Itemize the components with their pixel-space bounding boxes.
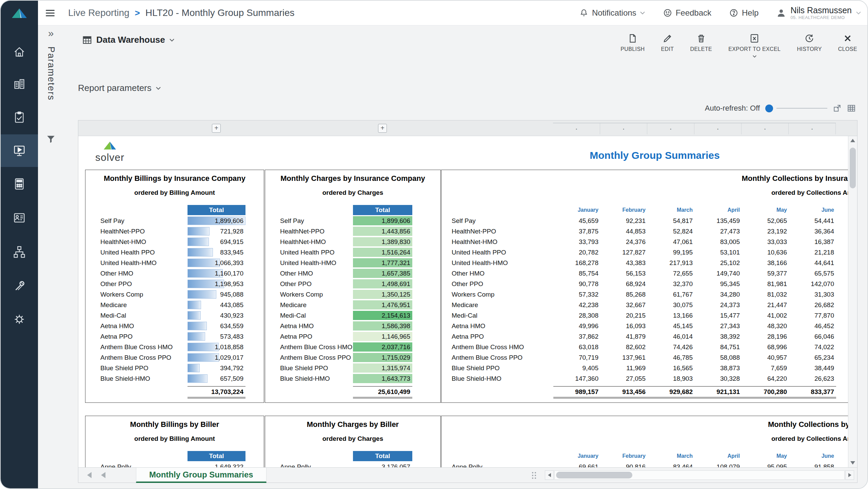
sidebar-item-workbooks[interactable]: [1, 68, 38, 100]
row-label: Other HMO: [280, 268, 313, 279]
month-header: February: [600, 451, 648, 461]
calculator-icon: [12, 177, 26, 191]
sidebar-item-home[interactable]: [1, 36, 38, 68]
data-bar-cell: 833,945: [188, 248, 245, 257]
horizontal-scroll-thumb[interactable]: [556, 472, 632, 478]
tab-splitter-handle[interactable]: [532, 472, 533, 473]
data-bar-cell: 394,792: [188, 363, 245, 373]
scroll-down-button[interactable]: [848, 458, 857, 467]
delete-button[interactable]: DELETE: [690, 33, 712, 58]
totals-row: 989,157913,456929,682921,131700,280833,3…: [553, 386, 836, 398]
filter-funnel-icon[interactable]: [38, 135, 64, 144]
history-button[interactable]: HISTORY: [797, 33, 822, 58]
data-source-label: Data Warehouse: [96, 35, 165, 45]
color-scale-cell: 1,315,974: [353, 363, 412, 373]
table-row: Medicare42,23832,66730,07524,37321,44726…: [441, 300, 857, 310]
data-bar-cell: 945,088: [188, 290, 245, 299]
row-label: Medicare: [280, 300, 307, 310]
row-label: Self Pay: [100, 215, 124, 226]
row-label: Other HMO: [452, 268, 485, 279]
expand-icon[interactable]: [833, 104, 842, 113]
color-scale-cell: 1,350,125: [353, 290, 412, 299]
table-row: Aetna HMO 634,559: [85, 321, 264, 331]
user-name: Nils Rasmussen: [790, 5, 852, 15]
row-label: Blue Shield-HMO: [100, 373, 150, 384]
sidebar-item-tasks[interactable]: [1, 101, 38, 134]
table-row: Other HMO 1,160,170: [85, 268, 264, 279]
sidebar-item-live-reporting[interactable]: [1, 134, 38, 167]
notifications-label: Notifications: [592, 8, 636, 18]
solver-logo-icon: [102, 141, 118, 150]
sidebar-item-connections[interactable]: [1, 236, 38, 268]
sidebar-item-tools[interactable]: [1, 270, 38, 302]
publish-button[interactable]: PUBLISH: [620, 33, 645, 58]
panel-subtitle: ordered by Charges: [265, 189, 440, 196]
report-parameters-toggle[interactable]: Report parameters: [78, 83, 161, 93]
panel-charges-by-insurance: Monthly Charges by Insurance Company ord…: [265, 170, 441, 403]
tools-icon: [12, 279, 26, 293]
menu-button[interactable]: [46, 10, 55, 16]
breadcrumb-section[interactable]: Live Reporting: [68, 7, 130, 18]
parameters-rail: » Parameters: [38, 25, 64, 488]
table-row: Aetna HMO 1,586,398: [265, 321, 440, 331]
scroll-right-button[interactable]: [845, 470, 854, 480]
expand-parameters-icon[interactable]: »: [38, 27, 64, 39]
row-label: Blue Shield-HMO: [280, 373, 330, 384]
vertical-scroll-thumb[interactable]: [850, 148, 856, 188]
user-menu[interactable]: Nils Rasmussen 05. Healthcare Demo: [776, 5, 861, 20]
row-label: Medi-Cal: [452, 310, 477, 321]
color-scale-cell: 1,643,773: [353, 374, 412, 383]
sidebar-item-contacts[interactable]: [1, 202, 38, 234]
expand-group-button[interactable]: [212, 124, 221, 133]
top-bar: Live Reporting > HLT20 - Monthly Group S…: [38, 1, 867, 25]
export-to-excel-button[interactable]: EXPORT TO EXCEL: [728, 33, 781, 58]
vertical-scrollbar[interactable]: [848, 136, 857, 467]
parameters-rail-label: Parameters: [46, 46, 56, 101]
scroll-up-button[interactable]: [848, 136, 857, 145]
sidebar-item-settings[interactable]: [1, 303, 38, 336]
auto-refresh-control: Auto-refresh: Off: [705, 104, 856, 113]
column-header-total: Total: [353, 205, 412, 215]
row-label: Aetna HMO: [100, 321, 134, 331]
first-sheet-icon[interactable]: [87, 472, 92, 478]
scroll-left-button[interactable]: [545, 470, 554, 480]
close-button[interactable]: CLOSE: [838, 33, 857, 58]
color-scale-cell: 1,498,691: [353, 279, 412, 288]
sheet-tab[interactable]: Monthly Group Summaries: [136, 468, 267, 483]
breadcrumb-separator: >: [135, 8, 140, 18]
table-icon[interactable]: [847, 104, 856, 113]
data-bar-cell: 1,066,393: [188, 258, 245, 267]
horizontal-scrollbar[interactable]: [554, 470, 845, 480]
table-row: Medi-Cal 430,923: [85, 310, 264, 321]
sheet-tab-bar: Monthly Group Summaries: [78, 467, 857, 483]
auto-refresh-slider[interactable]: [765, 105, 773, 112]
expand-group-button[interactable]: [378, 124, 387, 133]
data-source-dropdown[interactable]: Data Warehouse: [82, 35, 175, 45]
row-label: Medi-Cal: [280, 310, 306, 321]
help-label: Help: [742, 8, 758, 18]
chevron-down-icon: [752, 55, 757, 58]
data-bar-cell: 1,160,170: [188, 269, 245, 278]
sidebar-item-budgeting[interactable]: [1, 168, 38, 200]
row-label: Anthem Blue Cross PPO: [452, 352, 522, 363]
table-row: Workers Comp57,33285,26861,76734,28081,0…: [441, 289, 857, 300]
row-label: Blue Shield-HMO: [452, 373, 501, 384]
feedback-button[interactable]: Feedback: [663, 8, 711, 18]
color-scale-cell: 1,516,264: [353, 248, 412, 257]
user-avatar-icon: [776, 8, 786, 18]
edit-button[interactable]: EDIT: [661, 33, 674, 58]
data-bar-cell: 1,198,953: [188, 279, 245, 288]
bell-icon: [579, 8, 589, 18]
solver-logo-icon[interactable]: [1, 1, 38, 25]
previous-sheet-icon[interactable]: [101, 472, 105, 478]
row-label: Anthem Blue Cross HMO: [280, 342, 352, 352]
report-parameters-label: Report parameters: [78, 83, 152, 93]
month-header: January: [553, 451, 600, 461]
notifications-menu[interactable]: Notifications: [579, 8, 645, 18]
help-button[interactable]: Help: [729, 8, 758, 18]
panel-title: Monthly Collections by Biller: [441, 420, 857, 429]
month-header: May: [742, 451, 789, 461]
data-bar-cell: 430,923: [188, 311, 245, 320]
report-spreadsheet: solver Monthly Group Summaries Monthly B…: [78, 120, 857, 483]
total-cell: 833,377: [789, 387, 836, 397]
